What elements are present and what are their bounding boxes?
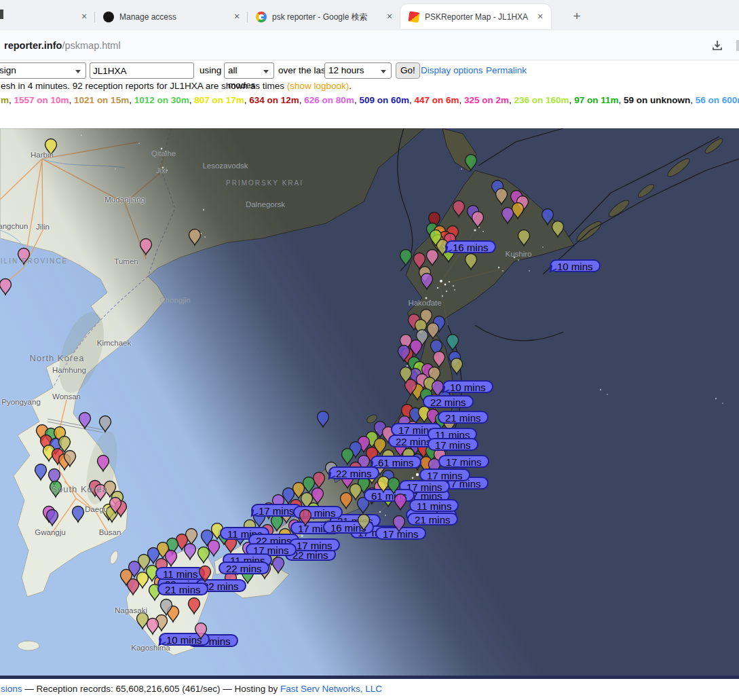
tabs-container: ×Manage access×psk reporter - Google 検索×… — [0, 4, 551, 31]
time-label[interactable]: 11 mins — [293, 506, 343, 519]
place-label: Wonsan — [52, 392, 81, 401]
time-label[interactable]: 61 mins — [364, 489, 415, 502]
spacer — [0, 111, 739, 128]
time-label[interactable]: 17 mins — [375, 527, 426, 540]
time-label[interactable]: 10 mins — [159, 633, 210, 646]
callsign-input[interactable] — [90, 62, 194, 79]
place-label: Qitaihe — [151, 149, 176, 158]
time-label[interactable]: 16 mins — [445, 240, 496, 253]
callsign-mode-select[interactable]: he callsign — [0, 62, 86, 79]
place-label: Pyongyang — [1, 398, 41, 406]
github-favicon-icon — [103, 12, 114, 22]
tab-close-icon[interactable]: × — [231, 12, 242, 22]
new-tab-button[interactable]: + — [567, 7, 586, 26]
status-line: esh in 4 minutes. 92 reception reports f… — [0, 81, 739, 95]
tab-close-icon[interactable]: × — [79, 12, 90, 22]
url-path: /pskmap.html — [62, 40, 120, 51]
tab-close-icon[interactable]: × — [535, 12, 546, 22]
footer-stats-text: — Reception records: 65,608,216,605 (461… — [22, 684, 280, 694]
time-label[interactable]: 61 mins — [371, 456, 421, 468]
place-label: Busan — [99, 528, 121, 536]
place-label: Kimchaek — [97, 339, 132, 347]
browser-window: ×Manage access×psk reporter - Google 検索×… — [0, 0, 739, 700]
time-label[interactable]: 21 mins — [438, 411, 489, 424]
tab-title: Manage access — [119, 12, 227, 22]
band-stat-15m: 1021 on 15m — [74, 95, 129, 105]
tab-close-icon[interactable]: × — [384, 12, 395, 22]
band-separator: , — [509, 95, 514, 105]
google-favicon-icon — [256, 12, 267, 22]
period-select[interactable]: 12 hours — [324, 62, 392, 79]
place-label: Tumen — [114, 257, 138, 265]
band-stat-2m: 325 on 2m — [464, 95, 509, 105]
band-stat-12m: 634 on 12m — [249, 95, 299, 105]
footer-link-fragment[interactable]: sions — [1, 684, 22, 694]
place-label: JILIN PROVINCE — [0, 257, 68, 265]
time-label[interactable]: 16 mins — [323, 521, 374, 534]
place-label: Hakodate — [408, 299, 441, 307]
place-label: Mudanjiang — [105, 196, 145, 204]
time-label[interactable]: 17 mins — [428, 438, 478, 451]
place-label: Dalnegorsk — [246, 200, 285, 208]
pskreporter-favicon-icon — [408, 11, 419, 22]
band-separator: , — [569, 95, 575, 105]
tab-title: PSKReporter Map - JL1HXA — [425, 12, 531, 22]
time-label[interactable]: 10 mins — [550, 259, 601, 272]
time-label[interactable]: 22 mins — [219, 561, 269, 574]
band-stat-fragment: m — [1, 95, 9, 105]
using-label: using — [200, 65, 221, 75]
place-label: South Korea — [51, 484, 107, 494]
time-labels-layer: 22 mins17 mins17 mins21 mins21 mins17 mi… — [0, 128, 739, 676]
mode-select[interactable]: all modes — [224, 62, 274, 79]
cropped-toolbar-icon — [736, 40, 739, 51]
downloads-icon[interactable] — [710, 39, 724, 52]
permalink-link[interactable]: Permalink — [486, 65, 527, 75]
time-label[interactable]: 21 mins — [407, 513, 458, 526]
footer-bar: sions — Reception records: 65,608,216,60… — [0, 676, 739, 700]
band-stat-60m: 509 on 60m — [359, 95, 409, 105]
time-label[interactable]: 17 mins — [289, 538, 340, 551]
tab-title: psk reporter - Google 検索 — [272, 12, 380, 23]
band-stat-160m: 236 on 160m — [514, 95, 569, 105]
time-label[interactable]: 11 mins — [409, 499, 459, 512]
map-viewport[interactable]: HarbinChangchunJilinMudanjiangTumenJILIN… — [0, 128, 739, 676]
query-bar: he callsign using all modes over the las… — [0, 60, 739, 81]
time-label[interactable]: 10 mins — [442, 380, 493, 393]
go-button[interactable]: Go! — [396, 62, 420, 79]
url-host: reporter.info — [4, 40, 62, 51]
place-label: Changchun — [0, 222, 28, 230]
browser-tab-4[interactable]: PSKReporter Map - JL1HXA× — [400, 4, 551, 29]
show-logbook-link[interactable]: (show logbook) — [287, 81, 349, 91]
place-label: Harbin — [31, 151, 54, 159]
url-text[interactable]: reporter.info/pskmap.html — [0, 40, 121, 51]
browser-tab-bar: ×Manage access×psk reporter - Google 検索×… — [0, 0, 739, 31]
browser-tab-2[interactable]: Manage access× — [95, 5, 248, 29]
place-label: PRIMORSKY KRAI — [226, 179, 303, 187]
place-label: Gwangju — [35, 528, 65, 536]
band-stat-11m: 97 on 11m — [574, 95, 618, 105]
place-label: Hamhung — [52, 366, 86, 374]
time-label[interactable]: 22 mins — [423, 395, 474, 408]
band-stat-unknown: 59 on unknown — [624, 95, 690, 105]
time-label[interactable]: 17 mins — [438, 455, 489, 468]
band-stat-10m: 1557 on 10m — [14, 95, 69, 105]
place-label: Daegu — [85, 505, 108, 513]
time-label[interactable]: 11 mins — [155, 567, 205, 580]
browser-tab-1[interactable]: × — [0, 5, 95, 29]
hosting-link[interactable]: Fast Serv Networks, LLC — [280, 684, 382, 694]
place-label: North Korea — [29, 353, 84, 363]
band-separator: , — [69, 95, 75, 105]
time-label[interactable]: 21 mins — [157, 583, 208, 595]
place-label: Jixi — [156, 166, 168, 174]
place-label: Chongjin — [159, 296, 190, 304]
place-label: Lesozavodsk — [202, 162, 248, 170]
address-bar[interactable]: reporter.info/pskmap.html — [0, 31, 739, 60]
place-label: Kushiro — [506, 250, 532, 258]
display-options-link[interactable]: Display options — [421, 65, 483, 75]
time-label[interactable]: 22 mins — [328, 466, 379, 479]
band-stat-80m: 626 on 80m — [304, 95, 354, 105]
browser-tab-3[interactable]: psk reporter - Google 検索× — [248, 5, 400, 29]
place-label: Nagasaki — [115, 606, 147, 614]
band-separator: , — [9, 95, 14, 105]
band-stat-30m: 1012 on 30m — [134, 95, 189, 105]
